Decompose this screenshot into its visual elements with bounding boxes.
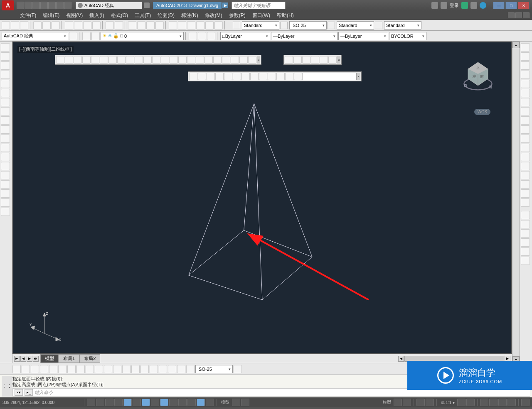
mirror-icon[interactable] (521, 61, 530, 70)
draworder-back-icon[interactable] (521, 220, 530, 228)
mleaderstyle-combo[interactable]: Standard (384, 21, 421, 29)
region-icon[interactable] (1, 180, 10, 189)
dimstyle-icon[interactable] (280, 22, 288, 29)
dim-continue-icon[interactable] (104, 365, 112, 373)
blend-icon[interactable] (521, 189, 530, 198)
annovis-icon[interactable] (457, 399, 466, 406)
point-icon[interactable] (1, 153, 10, 161)
textstyle-icon[interactable] (233, 22, 240, 29)
dim-quick-icon[interactable] (86, 365, 94, 373)
maximize-button[interactable]: □ (505, 2, 517, 9)
matchprop-icon[interactable] (92, 21, 101, 29)
menu-draw[interactable]: 绘图(D) (154, 12, 178, 19)
table-icon[interactable] (1, 189, 10, 198)
qat-redo-icon[interactable] (64, 2, 71, 9)
menu-insert[interactable]: 插入(I) (86, 12, 107, 19)
zoom-prev-icon[interactable] (155, 21, 164, 29)
qp-icon[interactable] (187, 399, 196, 406)
workspace-dropdown-icon[interactable] (144, 2, 150, 8)
revcloud-icon[interactable] (1, 98, 10, 106)
quickcalc-icon[interactable] (214, 21, 223, 29)
paste-icon[interactable] (83, 21, 91, 29)
qat-open-icon[interactable] (25, 2, 32, 9)
workspace-switch-icon[interactable] (480, 399, 488, 406)
help-icon[interactable] (480, 2, 486, 9)
space-label[interactable]: 模型 (219, 399, 231, 405)
tab-layout1[interactable]: 布局1 (59, 354, 79, 363)
tab-first-icon[interactable]: ⏮ (14, 356, 20, 362)
open-icon[interactable] (11, 21, 19, 29)
vscroll-up-icon[interactable]: ▲ (512, 42, 520, 48)
dimedit-icon[interactable] (168, 365, 176, 373)
ortho-icon[interactable] (105, 399, 113, 406)
preview-icon[interactable] (42, 21, 51, 29)
toolbar-lock-icon[interactable] (489, 399, 498, 406)
draworder-icon[interactable] (521, 211, 530, 219)
drawing-quickview-icon[interactable] (241, 399, 249, 406)
pline-icon[interactable] (1, 52, 10, 61)
ducs-icon[interactable] (151, 399, 159, 406)
copy-obj-icon[interactable] (521, 52, 530, 61)
lineweight-combo[interactable]: — ByLayer (338, 32, 388, 40)
workspace-selector[interactable]: AutoCAD 经典 (76, 2, 142, 9)
minimize-button[interactable]: — (493, 2, 505, 9)
cleanscreen-icon[interactable] (521, 399, 530, 406)
rotate-icon[interactable] (521, 98, 530, 106)
publish-icon[interactable] (52, 21, 60, 29)
polygon-icon[interactable] (1, 61, 10, 70)
dim-arc-icon[interactable] (31, 365, 39, 373)
doc-close-button[interactable] (523, 12, 530, 18)
space-label-right[interactable]: 模型 (381, 399, 393, 405)
tab-model[interactable]: 模型 (40, 354, 59, 363)
cut-icon[interactable] (65, 21, 73, 29)
texttofront-icon[interactable] (521, 257, 530, 265)
quickview-layouts-icon[interactable] (416, 399, 425, 406)
lwt-icon[interactable] (169, 399, 177, 406)
signin-icon[interactable] (441, 2, 447, 9)
layer-make-icon[interactable] (189, 32, 197, 40)
tpy-icon[interactable] (178, 399, 187, 406)
rectangle-icon[interactable] (1, 71, 10, 79)
linetype-combo[interactable]: — ByLayer (271, 32, 337, 40)
polar-icon[interactable] (114, 399, 123, 406)
arc-icon[interactable] (1, 80, 10, 88)
plotstyle-combo[interactable]: BYCOLOR (389, 32, 426, 40)
properties-icon[interactable] (169, 21, 177, 29)
array-icon[interactable] (521, 80, 530, 88)
keepconnected-icon[interactable] (470, 2, 477, 9)
ellipse-arc-icon[interactable] (1, 125, 10, 134)
qat-undo-icon[interactable] (56, 2, 64, 9)
designcenter-icon[interactable] (178, 21, 186, 29)
insert-block-icon[interactable] (1, 135, 10, 143)
layer-prev-icon[interactable] (207, 32, 215, 40)
centermark-icon[interactable] (140, 365, 149, 373)
exchange-icon[interactable] (461, 2, 468, 9)
circle-icon[interactable] (1, 89, 10, 97)
new-icon[interactable] (2, 21, 10, 29)
command-handle-icon[interactable]: ⋮⋮ (2, 376, 12, 397)
search-input[interactable] (232, 2, 286, 9)
doc-arrow-icon[interactable]: ▶ (222, 2, 228, 8)
mleaderstyle-icon[interactable] (375, 22, 382, 29)
print-icon[interactable] (33, 21, 42, 29)
pan-icon[interactable] (128, 21, 136, 29)
hardware-accel-icon[interactable] (498, 399, 507, 406)
undo-icon[interactable] (106, 21, 114, 29)
command-recent-icon[interactable]: ▸_ (25, 389, 33, 396)
doc-restore-button[interactable] (515, 12, 522, 18)
layer-combo[interactable]: ☀ ❄ 🔓 □ 0 (101, 32, 184, 40)
close-button[interactable]: ✕ (518, 2, 530, 9)
scale-icon[interactable] (521, 107, 530, 115)
menu-help[interactable]: 帮助(H) (273, 12, 297, 19)
redo-icon[interactable] (115, 21, 123, 29)
dim-aligned-icon[interactable] (22, 365, 30, 373)
ellipse-icon[interactable] (1, 116, 10, 125)
osnap-icon[interactable] (123, 399, 132, 406)
menu-dimension[interactable]: 标注(N) (178, 12, 202, 19)
layer-manager-icon[interactable] (82, 32, 91, 40)
toolpalettes-icon[interactable] (187, 21, 195, 29)
doc-minimize-button[interactable] (508, 12, 515, 18)
tab-prev-icon[interactable]: ◀ (20, 356, 26, 362)
chamfer-icon[interactable] (521, 171, 530, 179)
menu-view[interactable]: 视图(V) (63, 12, 86, 19)
